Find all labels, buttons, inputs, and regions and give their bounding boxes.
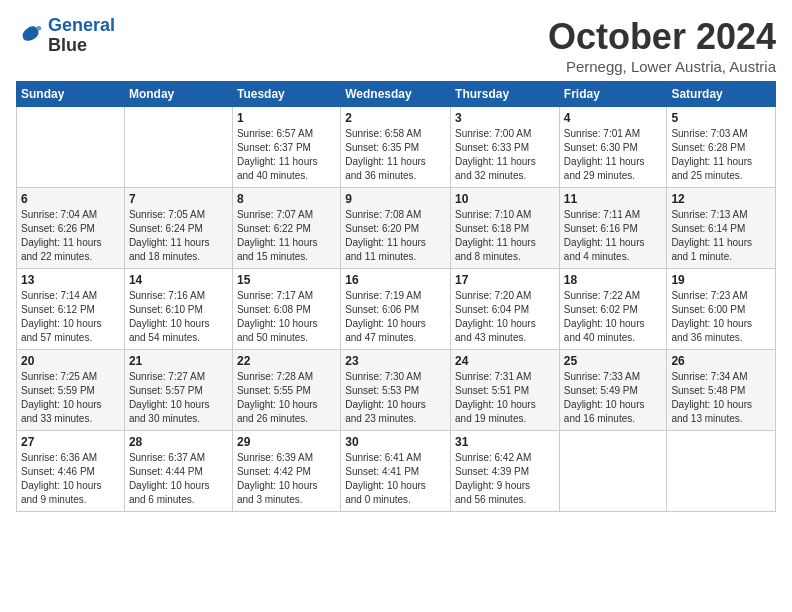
location-subtitle: Pernegg, Lower Austria, Austria (548, 58, 776, 75)
calendar-cell: 31Sunrise: 6:42 AM Sunset: 4:39 PM Dayli… (451, 431, 560, 512)
logo-line2: Blue (48, 36, 115, 56)
day-info: Sunrise: 6:41 AM Sunset: 4:41 PM Dayligh… (345, 451, 446, 507)
calendar-cell: 10Sunrise: 7:10 AM Sunset: 6:18 PM Dayli… (451, 188, 560, 269)
logo-text: General Blue (48, 16, 115, 56)
weekday-header: Thursday (451, 82, 560, 107)
day-number: 12 (671, 192, 771, 206)
day-number: 27 (21, 435, 120, 449)
day-number: 21 (129, 354, 228, 368)
calendar-cell: 23Sunrise: 7:30 AM Sunset: 5:53 PM Dayli… (341, 350, 451, 431)
day-info: Sunrise: 7:33 AM Sunset: 5:49 PM Dayligh… (564, 370, 663, 426)
day-number: 11 (564, 192, 663, 206)
day-info: Sunrise: 7:00 AM Sunset: 6:33 PM Dayligh… (455, 127, 555, 183)
day-info: Sunrise: 7:23 AM Sunset: 6:00 PM Dayligh… (671, 289, 771, 345)
day-number: 1 (237, 111, 336, 125)
day-info: Sunrise: 7:08 AM Sunset: 6:20 PM Dayligh… (345, 208, 446, 264)
day-info: Sunrise: 7:03 AM Sunset: 6:28 PM Dayligh… (671, 127, 771, 183)
day-info: Sunrise: 7:11 AM Sunset: 6:16 PM Dayligh… (564, 208, 663, 264)
calendar-cell: 12Sunrise: 7:13 AM Sunset: 6:14 PM Dayli… (667, 188, 776, 269)
day-info: Sunrise: 7:20 AM Sunset: 6:04 PM Dayligh… (455, 289, 555, 345)
day-number: 20 (21, 354, 120, 368)
logo-icon (16, 22, 44, 50)
calendar-cell: 3Sunrise: 7:00 AM Sunset: 6:33 PM Daylig… (451, 107, 560, 188)
calendar-cell: 27Sunrise: 6:36 AM Sunset: 4:46 PM Dayli… (17, 431, 125, 512)
weekday-header: Friday (559, 82, 667, 107)
month-title: October 2024 (548, 16, 776, 58)
day-info: Sunrise: 7:16 AM Sunset: 6:10 PM Dayligh… (129, 289, 228, 345)
calendar-cell: 26Sunrise: 7:34 AM Sunset: 5:48 PM Dayli… (667, 350, 776, 431)
logo-line1: General (48, 15, 115, 35)
calendar-cell: 7Sunrise: 7:05 AM Sunset: 6:24 PM Daylig… (124, 188, 232, 269)
calendar-week-row: 6Sunrise: 7:04 AM Sunset: 6:26 PM Daylig… (17, 188, 776, 269)
day-number: 30 (345, 435, 446, 449)
day-number: 2 (345, 111, 446, 125)
calendar-cell: 24Sunrise: 7:31 AM Sunset: 5:51 PM Dayli… (451, 350, 560, 431)
day-number: 6 (21, 192, 120, 206)
day-number: 23 (345, 354, 446, 368)
day-number: 10 (455, 192, 555, 206)
calendar-cell (667, 431, 776, 512)
day-number: 7 (129, 192, 228, 206)
calendar-cell: 1Sunrise: 6:57 AM Sunset: 6:37 PM Daylig… (232, 107, 340, 188)
calendar-cell: 22Sunrise: 7:28 AM Sunset: 5:55 PM Dayli… (232, 350, 340, 431)
calendar-cell: 20Sunrise: 7:25 AM Sunset: 5:59 PM Dayli… (17, 350, 125, 431)
calendar-cell: 30Sunrise: 6:41 AM Sunset: 4:41 PM Dayli… (341, 431, 451, 512)
day-number: 16 (345, 273, 446, 287)
calendar-cell: 8Sunrise: 7:07 AM Sunset: 6:22 PM Daylig… (232, 188, 340, 269)
day-number: 13 (21, 273, 120, 287)
calendar-cell: 29Sunrise: 6:39 AM Sunset: 4:42 PM Dayli… (232, 431, 340, 512)
calendar-cell (124, 107, 232, 188)
calendar-cell: 2Sunrise: 6:58 AM Sunset: 6:35 PM Daylig… (341, 107, 451, 188)
day-info: Sunrise: 7:22 AM Sunset: 6:02 PM Dayligh… (564, 289, 663, 345)
day-info: Sunrise: 7:31 AM Sunset: 5:51 PM Dayligh… (455, 370, 555, 426)
day-info: Sunrise: 7:13 AM Sunset: 6:14 PM Dayligh… (671, 208, 771, 264)
calendar-week-row: 20Sunrise: 7:25 AM Sunset: 5:59 PM Dayli… (17, 350, 776, 431)
day-number: 22 (237, 354, 336, 368)
day-number: 4 (564, 111, 663, 125)
calendar-cell: 28Sunrise: 6:37 AM Sunset: 4:44 PM Dayli… (124, 431, 232, 512)
day-number: 25 (564, 354, 663, 368)
calendar-cell: 9Sunrise: 7:08 AM Sunset: 6:20 PM Daylig… (341, 188, 451, 269)
calendar-cell: 6Sunrise: 7:04 AM Sunset: 6:26 PM Daylig… (17, 188, 125, 269)
weekday-header: Tuesday (232, 82, 340, 107)
day-info: Sunrise: 7:07 AM Sunset: 6:22 PM Dayligh… (237, 208, 336, 264)
weekday-header: Monday (124, 82, 232, 107)
day-info: Sunrise: 6:42 AM Sunset: 4:39 PM Dayligh… (455, 451, 555, 507)
day-info: Sunrise: 7:01 AM Sunset: 6:30 PM Dayligh… (564, 127, 663, 183)
calendar-cell (559, 431, 667, 512)
day-info: Sunrise: 7:19 AM Sunset: 6:06 PM Dayligh… (345, 289, 446, 345)
calendar-cell: 15Sunrise: 7:17 AM Sunset: 6:08 PM Dayli… (232, 269, 340, 350)
calendar-cell: 18Sunrise: 7:22 AM Sunset: 6:02 PM Dayli… (559, 269, 667, 350)
weekday-header: Wednesday (341, 82, 451, 107)
day-number: 17 (455, 273, 555, 287)
day-info: Sunrise: 6:39 AM Sunset: 4:42 PM Dayligh… (237, 451, 336, 507)
calendar-cell: 14Sunrise: 7:16 AM Sunset: 6:10 PM Dayli… (124, 269, 232, 350)
day-info: Sunrise: 7:05 AM Sunset: 6:24 PM Dayligh… (129, 208, 228, 264)
calendar-cell: 13Sunrise: 7:14 AM Sunset: 6:12 PM Dayli… (17, 269, 125, 350)
day-number: 31 (455, 435, 555, 449)
day-number: 18 (564, 273, 663, 287)
calendar-cell: 4Sunrise: 7:01 AM Sunset: 6:30 PM Daylig… (559, 107, 667, 188)
day-number: 8 (237, 192, 336, 206)
weekday-header: Saturday (667, 82, 776, 107)
calendar-cell: 21Sunrise: 7:27 AM Sunset: 5:57 PM Dayli… (124, 350, 232, 431)
day-info: Sunrise: 7:04 AM Sunset: 6:26 PM Dayligh… (21, 208, 120, 264)
calendar-cell: 17Sunrise: 7:20 AM Sunset: 6:04 PM Dayli… (451, 269, 560, 350)
day-number: 5 (671, 111, 771, 125)
calendar-cell: 5Sunrise: 7:03 AM Sunset: 6:28 PM Daylig… (667, 107, 776, 188)
day-info: Sunrise: 6:37 AM Sunset: 4:44 PM Dayligh… (129, 451, 228, 507)
day-number: 29 (237, 435, 336, 449)
weekday-header: Sunday (17, 82, 125, 107)
calendar-week-row: 27Sunrise: 6:36 AM Sunset: 4:46 PM Dayli… (17, 431, 776, 512)
day-info: Sunrise: 7:27 AM Sunset: 5:57 PM Dayligh… (129, 370, 228, 426)
calendar-week-row: 1Sunrise: 6:57 AM Sunset: 6:37 PM Daylig… (17, 107, 776, 188)
weekday-header-row: SundayMondayTuesdayWednesdayThursdayFrid… (17, 82, 776, 107)
day-number: 28 (129, 435, 228, 449)
day-number: 19 (671, 273, 771, 287)
calendar-cell: 11Sunrise: 7:11 AM Sunset: 6:16 PM Dayli… (559, 188, 667, 269)
day-info: Sunrise: 6:57 AM Sunset: 6:37 PM Dayligh… (237, 127, 336, 183)
day-info: Sunrise: 6:36 AM Sunset: 4:46 PM Dayligh… (21, 451, 120, 507)
day-info: Sunrise: 6:58 AM Sunset: 6:35 PM Dayligh… (345, 127, 446, 183)
day-info: Sunrise: 7:10 AM Sunset: 6:18 PM Dayligh… (455, 208, 555, 264)
title-block: October 2024 Pernegg, Lower Austria, Aus… (548, 16, 776, 75)
